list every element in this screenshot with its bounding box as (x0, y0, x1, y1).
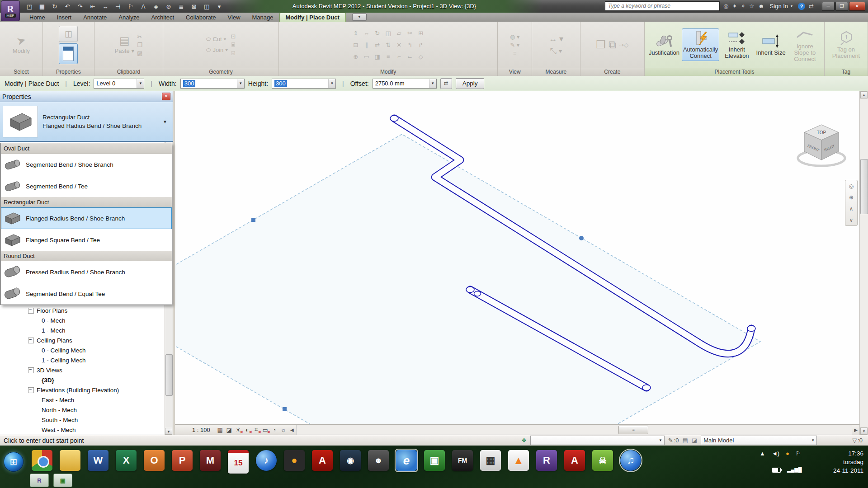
subscription-center-icon[interactable]: ✦ (732, 3, 737, 9)
taskbar-clock[interactable]: 17:36 torsdag 24-11-2011 (822, 449, 863, 475)
steering-wheel-icon[interactable]: ◎ (849, 183, 854, 189)
print-icon[interactable]: ⇤ (89, 3, 97, 10)
tree-item-floor-plans[interactable]: Floor Plans (0, 305, 165, 315)
rotate-icon[interactable]: ↻ (375, 30, 380, 37)
scrollbar-thumb[interactable] (165, 354, 173, 396)
wall-opening-icon[interactable]: ⊡ (231, 33, 236, 40)
properties-palette-header[interactable]: Properties ✕ (0, 91, 173, 102)
scroll-down-icon[interactable]: ▼ (165, 428, 172, 435)
viewport-canvas[interactable] (175, 91, 860, 435)
plane-handle[interactable] (283, 407, 287, 411)
copy-icon[interactable]: ⇅ (386, 42, 391, 48)
horizontal-scrollbar[interactable]: ≡ (296, 425, 852, 435)
display-icon[interactable]: ▣ (424, 450, 445, 471)
tab-collaborate[interactable]: Collaborate (180, 13, 222, 22)
tab-architect[interactable]: Architect (146, 13, 180, 22)
apply-button[interactable]: Apply (456, 78, 485, 89)
design-option-select[interactable]: Main Model ▼ (701, 436, 817, 445)
extend-icon[interactable]: ↱ (418, 42, 423, 48)
customize-qat-icon[interactable]: ▾ (215, 3, 223, 10)
undo-icon[interactable]: ↶ (63, 3, 71, 10)
sync-icon[interactable]: ↻ (51, 3, 59, 10)
tree-item[interactable]: 1 - Mech (0, 325, 165, 335)
folder-icon[interactable] (60, 450, 80, 471)
delete-icon[interactable]: ✕ (396, 42, 401, 48)
apply-offset-toggle[interactable]: ⇄ (440, 78, 452, 89)
update-icon[interactable]: ● (786, 450, 789, 457)
linework-tool-icon[interactable]: ✎ ▾ (510, 42, 519, 48)
collapse-icon[interactable] (28, 387, 34, 393)
level-select[interactable]: Level 0▼ (94, 79, 144, 89)
tree-item[interactable]: West - Mech (0, 425, 165, 435)
aligned-dimension-icon[interactable]: ⊣ (114, 3, 122, 10)
automatically-connect-button[interactable]: Automatically Connect (682, 28, 719, 61)
worksets-select[interactable]: ▼ (530, 436, 665, 445)
vertical-scrollbar[interactable]: ▲ ▼ (859, 91, 868, 435)
steam-icon[interactable]: ◉ (340, 450, 361, 471)
plane-handle[interactable] (251, 218, 255, 222)
help-icon[interactable]: ? (798, 3, 805, 10)
section-icon[interactable]: ⊘ (165, 3, 173, 10)
network-signal-icon[interactable]: ▂▄▆█ (787, 467, 802, 473)
battery-icon[interactable] (772, 468, 781, 473)
chrome-icon[interactable] (32, 450, 52, 471)
reveal-constraints-icon[interactable]: ◍ ▾ (510, 33, 519, 40)
linework-icon[interactable]: ≡ (387, 53, 390, 60)
restore-button[interactable]: ❐ (835, 2, 848, 11)
modify-button[interactable]: ➤ Modify (13, 35, 30, 54)
dropdown-item[interactable]: Pressed Radius Bend / Shoe Branch (1, 261, 172, 283)
save-icon[interactable]: ▦ (38, 3, 46, 10)
type-selector[interactable]: Rectangular Duct Flanged Radius Bend / S… (0, 102, 173, 142)
image-window-button[interactable]: ▣ (53, 474, 72, 487)
scroll-left-icon[interactable]: ◀ (288, 427, 296, 432)
properties-toggle-button[interactable] (59, 43, 78, 64)
pirate-app-icon[interactable]: ☠ (592, 450, 613, 471)
autocad-icon[interactable]: A (564, 450, 585, 471)
collapse-icon[interactable] (28, 367, 34, 373)
temporary-hide-isolate-icon[interactable]: ◔ (270, 427, 279, 433)
visual-style-icon[interactable]: ◪ (225, 427, 234, 433)
tab-insert[interactable]: Insert (51, 13, 78, 22)
measure-icon[interactable]: ↔ (101, 3, 109, 10)
editing-requests[interactable]: ✎ :0 (668, 437, 679, 444)
worksets-icon[interactable]: ❖ (521, 437, 527, 444)
shadows-icon[interactable]: ◐ (243, 427, 252, 433)
dropdown-item[interactable]: Flanged Square Bend / Tee (1, 229, 172, 251)
trim-icon[interactable]: ∥ (365, 42, 368, 48)
filter-status[interactable]: ▽ :0 (852, 437, 863, 444)
communication-center-icon[interactable]: ✧ (741, 3, 745, 9)
dropdown-item[interactable]: Segmented Bend / Shoe Branch (1, 154, 172, 175)
reveal-hidden-elements-icon[interactable]: ☼ (279, 427, 288, 433)
tree-item[interactable]: South - Mech (0, 415, 165, 425)
tag-icon[interactable]: ⚐ (127, 3, 135, 10)
scale-icon[interactable]: ⊕ (353, 53, 358, 60)
action-center-flag-icon[interactable]: ⚐ (796, 450, 801, 457)
tree-item[interactable]: 0 - Mech (0, 315, 165, 325)
drawing-area[interactable]: TOP FRONT RIGHT ◎ ⊕ ∧ ∨ 1 : 100 ▦ ◪ ☀ ◐ … (175, 91, 860, 435)
unpin-icon[interactable]: ⊟ (353, 42, 358, 48)
tab-analyze[interactable]: Analyze (113, 13, 145, 22)
close-hidden-windows-icon[interactable]: ⊠ (190, 3, 198, 10)
inherit-elevation-button[interactable]: Inherit Elevation (720, 28, 753, 61)
chevron-up-icon[interactable]: ∧ (849, 206, 854, 212)
exchange-apps-icon[interactable]: ⇄ (809, 3, 814, 9)
chevron-down-icon[interactable]: ∨ (849, 217, 854, 223)
detail-level-icon[interactable]: ▦ (216, 427, 225, 433)
dropdown-item[interactable]: Segmented Bend / Equal Tee (1, 283, 172, 305)
match-properties-icon[interactable]: ▨ (137, 50, 142, 56)
wall-joins-icon[interactable]: ◇ (419, 53, 423, 60)
thin-lines-toggle-icon[interactable]: ≡ (513, 50, 517, 56)
horizontal-scrollbar-thumb[interactable]: ≡ (618, 426, 648, 434)
plane-handle-dot[interactable] (579, 236, 584, 240)
revit-taskbar-icon[interactable]: R (536, 450, 557, 471)
default-3d-view-icon[interactable]: ◈ (152, 3, 160, 10)
calendar-icon[interactable]: 15 (228, 450, 249, 474)
create-similar-icon[interactable]: ⧉ (609, 39, 616, 50)
ignore-slope-button[interactable]: Ignore Slope to Connect (788, 25, 821, 64)
tree-item-3d-views[interactable]: 3D Views (0, 365, 165, 375)
cut-geometry-button[interactable]: ⬭ Cut ▾ (206, 36, 228, 43)
outlook-icon[interactable]: O (144, 450, 165, 471)
scroll-right-icon[interactable]: ▶ (852, 427, 860, 432)
sun-path-icon[interactable]: ☀ (234, 427, 243, 433)
ribbon-display-toggle[interactable]: ▾ (352, 14, 367, 21)
